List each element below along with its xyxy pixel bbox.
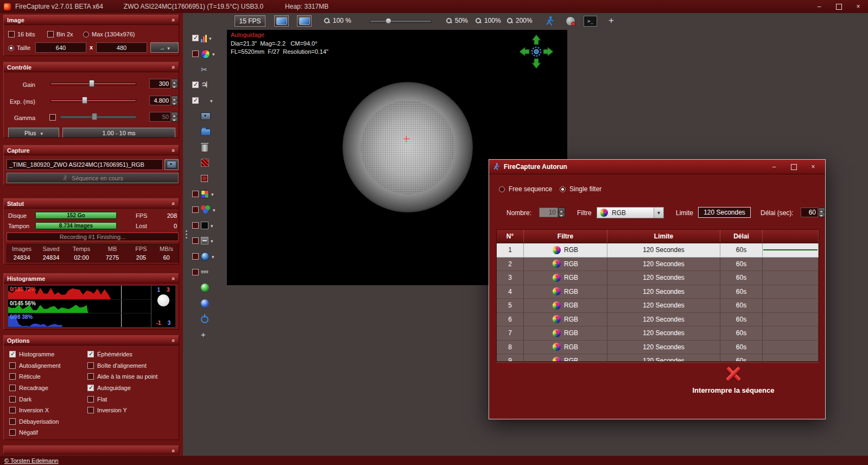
zoom-100-button[interactable]: 100% <box>476 17 501 24</box>
power-icon[interactable] <box>201 314 208 323</box>
green-ball-tool[interactable] <box>191 280 227 296</box>
gain-slider[interactable] <box>50 80 136 87</box>
delai-spinner[interactable] <box>818 208 825 217</box>
guide-arrows[interactable] <box>517 33 555 71</box>
blue-ball-icon[interactable] <box>201 299 209 307</box>
console-button[interactable] <box>584 16 597 27</box>
dialog-minimize-button[interactable]: – <box>765 161 783 172</box>
option-r-ticule[interactable]: Réticule <box>9 371 60 382</box>
option-dark[interactable]: Dark <box>9 393 60 405</box>
checkbox-aide-la-mise-au-point[interactable] <box>87 373 94 380</box>
single-filter-radio[interactable] <box>560 186 566 192</box>
maximize-button[interactable] <box>829 0 848 13</box>
autorun-row-7[interactable]: 7RGB120 Secondes60s <box>497 326 819 341</box>
option-autoalignement[interactable]: Autoalignement <box>9 360 60 372</box>
dialog-maximize-button[interactable] <box>785 161 802 172</box>
dialog-titlebar[interactable]: FireCapture Autorun – × <box>489 160 825 174</box>
collapse-icon[interactable]: « <box>170 148 177 152</box>
jupiter-checkbox[interactable] <box>192 81 199 88</box>
option-autoguidage[interactable]: Autoguidage <box>87 382 157 394</box>
chip-tool[interactable] <box>191 171 227 186</box>
option-histogramme[interactable]: Histogramme <box>9 349 60 360</box>
zoom-slider[interactable] <box>370 17 432 24</box>
checkbox-dark[interactable] <box>9 396 16 403</box>
rgb-circles-icon[interactable] <box>201 205 211 213</box>
statut-panel-header[interactable]: Statut « <box>4 199 179 209</box>
divider-grip[interactable] <box>186 230 187 238</box>
histogram-icon[interactable] <box>201 34 207 42</box>
option-aide-la-mise-au-point[interactable]: Aide à la mise au point <box>87 371 157 382</box>
autorun-row-6[interactable]: 6RGB120 Secondes60s <box>497 313 819 327</box>
folder-icon[interactable] <box>201 127 211 136</box>
histogramme-panel-header[interactable]: Histogramme « <box>4 274 179 284</box>
green-ball-icon[interactable] <box>201 284 209 292</box>
exp-spinner[interactable] <box>171 96 178 105</box>
dark-frame-icon[interactable] <box>201 222 208 229</box>
free-sequence-radio[interactable] <box>499 186 505 192</box>
gamma-checkbox[interactable] <box>49 114 56 121</box>
exp-slider[interactable] <box>50 97 136 104</box>
taille-option[interactable]: Taille <box>8 44 30 52</box>
options-panel-header[interactable]: Options « <box>4 336 179 345</box>
folder-tool[interactable] <box>191 124 227 140</box>
histogram-tool[interactable] <box>191 30 227 46</box>
chevron-down-icon[interactable] <box>209 35 212 41</box>
camera-settings-button[interactable] <box>563 15 578 27</box>
option-inversion-x[interactable]: Inversion X <box>9 405 60 416</box>
flat-frame-icon[interactable] <box>201 237 208 244</box>
bayer-checkbox[interactable] <box>192 97 199 104</box>
chevron-down-icon[interactable] <box>211 237 213 244</box>
chevron-down-icon[interactable] <box>210 97 213 104</box>
chip-icon[interactable] <box>201 175 208 182</box>
close-button[interactable]: × <box>848 0 868 13</box>
checkbox-inversion-y[interactable] <box>87 407 94 413</box>
exposure-range-button[interactable]: 1.00 - 10 ms <box>62 128 175 138</box>
chevron-down-icon[interactable] <box>212 51 215 57</box>
max-size-option[interactable]: Max (1304x976) <box>83 30 135 38</box>
rgb-circles-tool[interactable] <box>191 202 227 218</box>
free-sequence-option[interactable]: Free sequence <box>499 185 552 193</box>
chevron-down-icon[interactable] <box>213 206 216 213</box>
autorun-row-4[interactable]: 4RGB120 Secondes60s <box>497 285 819 299</box>
capture-panel-header[interactable]: Capture « <box>4 146 179 155</box>
globe-icon[interactable] <box>201 252 210 261</box>
checkbox-flat[interactable] <box>87 396 94 403</box>
collapse-icon[interactable]: « <box>170 18 177 21</box>
abort-area[interactable]: Interrompre la séquence <box>652 366 815 394</box>
option-inversion-y[interactable]: Inversion Y <box>87 405 157 416</box>
slider-thumb[interactable] <box>385 18 391 24</box>
dialog-close-button[interactable]: × <box>804 161 822 172</box>
collapse-icon[interactable]: « <box>170 202 177 205</box>
second-monitor-button[interactable] <box>297 15 312 27</box>
power-tool[interactable] <box>191 311 227 326</box>
globe-tool[interactable] <box>191 249 227 265</box>
add-tool[interactable]: + <box>191 326 227 342</box>
counter-checkbox[interactable] <box>192 269 199 275</box>
mosaic-icon[interactable] <box>201 190 209 198</box>
checkbox-d-bayerisation[interactable] <box>9 418 16 425</box>
taille-radio[interactable] <box>8 45 14 51</box>
option-flat[interactable]: Flat <box>87 393 157 405</box>
jupiter-tool[interactable]: ♃ <box>191 77 227 93</box>
roi-preset-dropdown[interactable]: → <box>150 42 179 53</box>
red-grid-icon[interactable] <box>201 159 209 167</box>
controle-panel-header[interactable]: Contrôle « <box>4 62 179 72</box>
mosaic-checkbox[interactable] <box>192 191 199 197</box>
add-icon[interactable]: + <box>201 330 206 339</box>
option-n-gatif[interactable]: Négatif <box>9 427 60 438</box>
camera-tool[interactable] <box>191 108 227 124</box>
filtre-dropdown[interactable]: RGB <box>597 207 664 218</box>
minimize-button[interactable]: – <box>809 0 829 13</box>
plus-button[interactable]: Plus <box>8 128 59 138</box>
globe-checkbox[interactable] <box>192 253 199 260</box>
counter-tool[interactable]: 999 <box>191 264 227 280</box>
autorun-row-3[interactable]: 3RGB120 Secondes60s <box>497 271 819 285</box>
cut-tool[interactable]: ✂ <box>191 61 227 77</box>
flat-frame-tool[interactable] <box>191 233 227 249</box>
max-size-radio[interactable] <box>83 32 89 37</box>
fps-button[interactable]: 15 FPS <box>235 15 265 27</box>
fullscreen-monitor-button[interactable] <box>274 15 289 27</box>
autorun-row-1[interactable]: 1RGB120 Secondes60s <box>497 243 819 257</box>
slider-thumb[interactable] <box>89 80 94 87</box>
flat-frame-checkbox[interactable] <box>192 237 199 244</box>
